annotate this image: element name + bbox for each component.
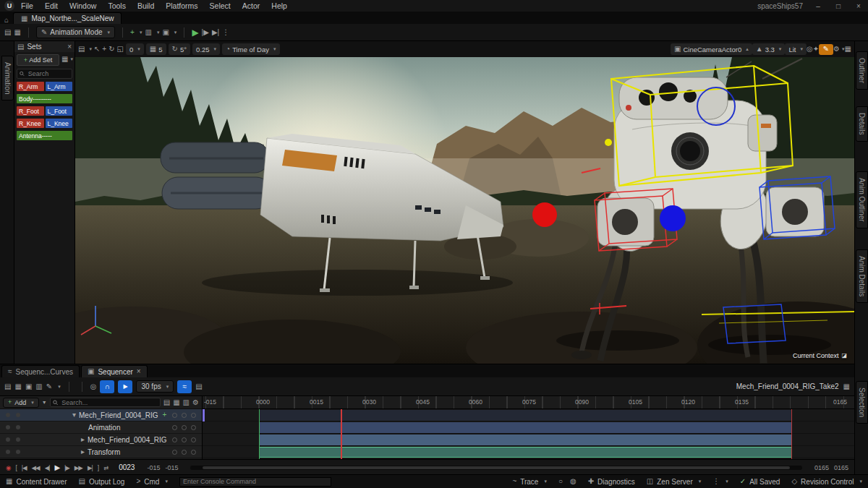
- rig-section-bar[interactable]: [259, 435, 791, 445]
- add-track-button[interactable]: + Add ▾: [3, 398, 39, 408]
- tab-sequencer-curves[interactable]: ≈ Sequenc...Curves: [1, 365, 80, 377]
- timeline-scrollbar-thumb[interactable]: [203, 466, 790, 469]
- cinematics-icon[interactable]: ▣: [162, 29, 169, 36]
- track-lock-toggle[interactable]: [191, 437, 196, 442]
- grid-snap-control[interactable]: ▦ 5: [146, 43, 166, 55]
- sequence-browse-icon[interactable]: ▦: [843, 383, 850, 390]
- set-end-button[interactable]: ]: [98, 464, 98, 471]
- stop-button[interactable]: ▶|: [212, 29, 219, 36]
- save-status[interactable]: ✓ All Saved: [740, 478, 780, 486]
- view-dense-icon[interactable]: ▤: [163, 399, 170, 406]
- derived-data-dropdown[interactable]: ⋮ ▾: [712, 478, 728, 485]
- menu-file[interactable]: File: [16, 1, 38, 10]
- status-circle-a-icon[interactable]: ○: [558, 478, 563, 485]
- menu-actor[interactable]: Actor: [237, 1, 265, 10]
- viewport-settings-icon[interactable]: ⚙: [833, 46, 840, 53]
- tab-sequencer[interactable]: ▣ Sequencer ×: [81, 365, 148, 377]
- sets-search-input[interactable]: [27, 69, 69, 78]
- set-tag-antenna[interactable]: Antenna-----: [17, 131, 72, 140]
- timeline-scrollbar[interactable]: [190, 466, 802, 470]
- track-pin-icon[interactable]: [6, 450, 10, 454]
- expand-caret-icon[interactable]: ▸: [81, 448, 85, 455]
- tab-anim-details[interactable]: Anim Details: [856, 249, 868, 303]
- track-lock-icon[interactable]: [16, 450, 20, 454]
- play-button[interactable]: ▶: [192, 28, 198, 37]
- camera-actor-dropdown[interactable]: ▣ CineCameraActor0 ▴: [671, 43, 752, 55]
- set-tag-r-foot[interactable]: R_Foot: [17, 106, 44, 116]
- track-row-animation[interactable]: Animation: [0, 421, 202, 434]
- scale-tool-icon[interactable]: ◱: [117, 46, 124, 53]
- step-back-button[interactable]: ◀|: [45, 464, 50, 471]
- set-tag-r-arm[interactable]: R_Arm: [17, 82, 44, 91]
- menu-help[interactable]: Help: [266, 1, 292, 10]
- rotate-tool-icon[interactable]: ↻: [109, 46, 114, 53]
- play-backwards-button[interactable]: ◀◀: [32, 464, 40, 471]
- maximize-button[interactable]: □: [833, 2, 843, 10]
- track-lock-icon[interactable]: [16, 437, 20, 442]
- track-pin-icon[interactable]: [6, 437, 10, 442]
- set-tag-l-foot[interactable]: L_Foot: [46, 106, 73, 116]
- seq-save-icon[interactable]: ▤: [4, 383, 11, 390]
- set-tag-r-knee[interactable]: R_Knee: [17, 119, 44, 128]
- blueprints-icon[interactable]: ▥: [145, 29, 151, 36]
- track-pin-icon[interactable]: [6, 413, 10, 417]
- level-tab[interactable]: ▦ Map_Northe..._ScaleNew: [13, 12, 122, 24]
- seq-find-icon[interactable]: ▦: [14, 383, 21, 390]
- track-lock-icon[interactable]: [16, 425, 20, 429]
- track-row-transform[interactable]: ▸ Transform: [0, 446, 202, 458]
- playback-options-toggle[interactable]: ▶: [118, 380, 132, 393]
- close-icon[interactable]: ×: [137, 368, 141, 375]
- timeline-ruler[interactable]: -015 0000 0015 0030 0045 0060 0075 0090 …: [203, 396, 854, 409]
- track-mute-toggle[interactable]: [172, 450, 177, 455]
- sequencer-settings-icon[interactable]: ▤: [195, 383, 202, 390]
- view-mode-dropdown[interactable]: Lit ▾: [785, 43, 807, 55]
- set-start-button[interactable]: [: [15, 464, 16, 471]
- playback-end-marker[interactable]: [791, 409, 792, 459]
- outliner-settings-icon[interactable]: ⚙: [192, 399, 199, 406]
- close-icon[interactable]: ×: [67, 43, 72, 51]
- range-end-value[interactable]: 0165: [834, 464, 848, 471]
- cmd-dropdown[interactable]: > Cmd ▾: [136, 478, 167, 486]
- play-button[interactable]: ▶: [54, 463, 59, 471]
- timeline-row[interactable]: [203, 434, 854, 446]
- rotation-snap-control[interactable]: ↻ 5°: [169, 43, 190, 55]
- timeline-row[interactable]: [203, 446, 854, 458]
- curve-editor-toggle[interactable]: ≈: [177, 380, 192, 393]
- home-icon[interactable]: ⌂: [4, 17, 9, 24]
- jump-to-end-button[interactable]: ▶|: [88, 464, 93, 471]
- track-search[interactable]: [50, 398, 161, 407]
- loop-toggle[interactable]: ⇄: [103, 464, 108, 471]
- output-log-button[interactable]: ▤ Output Log: [78, 478, 124, 486]
- keyframe-options-icon[interactable]: ◎: [90, 383, 97, 390]
- editor-mode-dropdown[interactable]: ✎ Animation Mode ▾: [36, 26, 115, 38]
- seq-camera-icon[interactable]: ▣: [25, 383, 32, 390]
- play-forward-button[interactable]: ▶▶: [75, 464, 82, 471]
- revision-control-dropdown[interactable]: ◇ Revision Control ▾: [791, 478, 862, 486]
- selection-mode-toggle[interactable]: ✎: [819, 44, 833, 55]
- set-tag-l-arm[interactable]: L_Arm: [46, 82, 73, 91]
- preview-dropdown[interactable]: ◔ Time of Day ▾: [222, 43, 279, 55]
- animation-section-bar[interactable]: [259, 422, 791, 433]
- effects-icon[interactable]: ✦: [813, 46, 819, 53]
- track-lock-toggle[interactable]: [191, 413, 196, 418]
- move-tool-icon[interactable]: +: [102, 46, 106, 53]
- track-row-rig-child[interactable]: ▸ Mech_Friend_0004_RIG: [0, 434, 202, 446]
- record-button[interactable]: ◉: [6, 464, 10, 471]
- add-section-icon[interactable]: +: [163, 411, 167, 419]
- filter-icon[interactable]: ▼: [42, 400, 47, 405]
- track-lock-icon[interactable]: [16, 413, 20, 417]
- expand-caret-icon[interactable]: ▸: [81, 436, 85, 443]
- track-mute-toggle[interactable]: [172, 437, 177, 442]
- viewport-scene[interactable]: [75, 57, 854, 364]
- timeline-row[interactable]: [203, 409, 854, 421]
- save-icon[interactable]: ▤: [4, 29, 11, 36]
- console-input[interactable]: [179, 477, 331, 487]
- diagnostics-button[interactable]: ✚ Diagnostics: [588, 478, 635, 486]
- unreal-logo-icon[interactable]: U: [4, 1, 14, 11]
- range-start-value[interactable]: -015: [147, 464, 160, 471]
- minimize-button[interactable]: –: [813, 2, 823, 10]
- seq-actions-icon[interactable]: ✎: [46, 383, 52, 390]
- add-set-button[interactable]: + Add Set: [17, 54, 59, 66]
- tab-anim-outliner[interactable]: Anim Outliner: [856, 171, 868, 228]
- snap-toggle[interactable]: ∩: [100, 380, 114, 393]
